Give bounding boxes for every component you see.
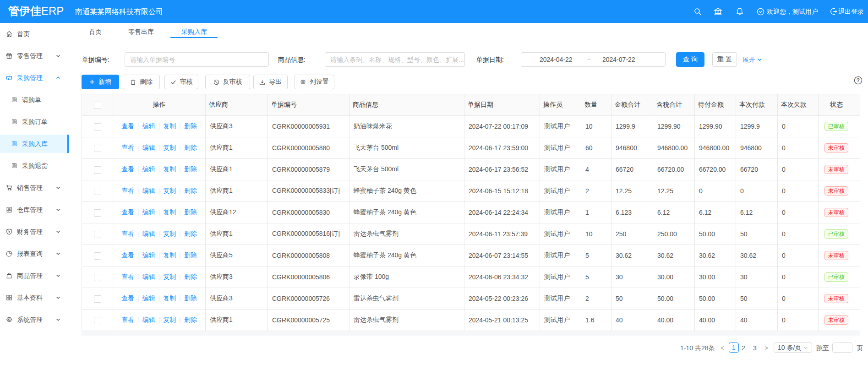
svg-text:?: ? [857,77,860,83]
